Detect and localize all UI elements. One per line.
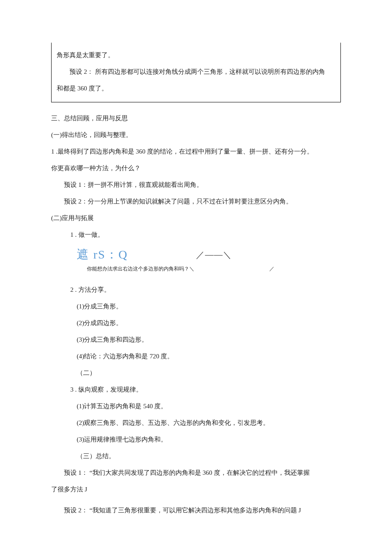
question-1b: 你更喜欢哪一种方法，为什么？ [51, 160, 341, 177]
item-2: 2 . 方法分享。 [51, 282, 341, 298]
subsection-1-title: (一)得出结论，回顾与整理。 [51, 127, 341, 143]
item-2-2: (2)分成四边形。 [51, 315, 341, 331]
box-line-1: 角形真是太重要了。 [57, 47, 335, 64]
hexagon-outline-icon: ／——＼ [196, 249, 232, 261]
preset-3a: 预设 1： “我们大家共同发现了四边形的内角和是 360 度，在解决它的过程中，… [51, 465, 341, 481]
item-2-5: （二） [51, 365, 341, 381]
box-line-2: 预设 2： 所有四边形都可以连接对角线分成两个三角形，这样就可以说明所有四边形的… [57, 64, 335, 80]
preset-2: 预设 2：分一分用上节课的知识就解决了问题，只不过在计算时要注意区分内角。 [51, 193, 341, 210]
preset-4: 预设 2： “我知道了三角形很重要，可以用它解决四边形和其他多边形内角和的问题 … [51, 502, 341, 519]
item-3-1: (1)计算五边形内角和是 540 度。 [51, 398, 341, 415]
preset-1: 预设 1：拼一拼不用计算，很直观就能看出周角。 [51, 177, 341, 193]
preset-3b: 了很多方法 J [51, 481, 341, 498]
section-3-title: 三、总结回顾，应用与反思 [51, 110, 341, 127]
document-page: 角形真是太重要了。 预设 2： 所有四边形都可以连接对角线分成两个三角形，这样就… [0, 0, 392, 553]
graphic-left-text: 遮 rS：Q [77, 247, 128, 263]
subsection-2-title: (二)应用与拓展 [51, 210, 341, 227]
item-2-3: (3)分成三角形和四边形。 [51, 331, 341, 348]
item-2-4: (4)结论：六边形内角和是 720 度。 [51, 348, 341, 365]
item-3-4: （三）总结。 [51, 448, 341, 465]
caption-text: 你能想办法求出右边这个多边形的内角和吗？＼ [87, 266, 194, 272]
boxed-paragraph: 角形真是太重要了。 预设 2： 所有四边形都可以连接对角线分成两个三角形，这样就… [51, 43, 341, 102]
graphic-caption: 你能想办法求出右边这个多边形的内角和吗？＼ ／ [51, 264, 341, 274]
item-3: 3 . 纵向观察，发现规律。 [51, 381, 341, 398]
item-3-2: (2)观察三角形、四边形、五边形、六边形的内角和变化，引发思考。 [51, 415, 341, 431]
box-line-3: 和都是 360 度了。 [57, 80, 335, 97]
question-1a: 1 .最终得到了四边形内角和是 360 度的结论，在过程中用到了量一量、拼一拼、… [51, 143, 341, 160]
item-3-3: (3)运用规律推理七边形内角和。 [51, 431, 341, 448]
graphic-row: 遮 rS：Q ／——＼ [51, 247, 341, 263]
item-2-1: (1)分成三角形。 [51, 298, 341, 315]
item-1: 1 . 做一做。 [51, 227, 341, 243]
caption-right-slash: ／ [269, 266, 274, 272]
